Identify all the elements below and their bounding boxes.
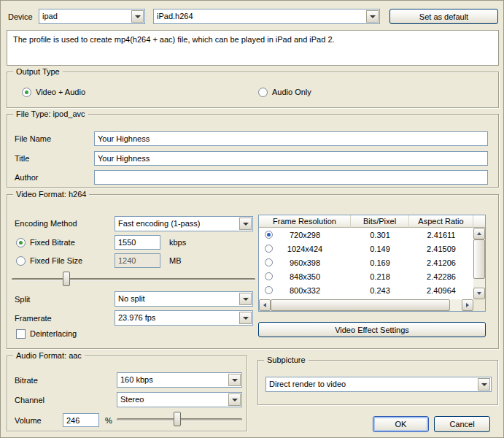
author-label: Author — [15, 173, 38, 182]
deinterlacing-checkbox[interactable] — [16, 329, 26, 339]
profile-select-value: iPad.h264 — [157, 11, 365, 22]
author-input[interactable] — [94, 170, 488, 185]
subpicture-value: Direct render to video — [269, 379, 476, 390]
channel-select[interactable]: Stereo — [117, 392, 242, 407]
title-input[interactable] — [94, 151, 488, 166]
cell-bits-pixel: 0.169 — [351, 258, 409, 267]
file-name-label: File Name — [15, 134, 51, 144]
subpicture-group-title: Subpicture — [264, 356, 309, 365]
cell-resolution: 800x332 — [290, 286, 320, 295]
vertical-scrollbar-thumb[interactable] — [473, 239, 485, 279]
radio-fixed-file-size[interactable] — [16, 256, 26, 266]
deinterlacing-option[interactable]: Deinterlacing — [16, 328, 77, 339]
volume-unit: % — [105, 416, 112, 426]
column-aspect-ratio[interactable]: Aspect Ratio — [409, 215, 473, 228]
output-type-group-title: Output Type — [13, 67, 63, 77]
dropdown-arrow-icon[interactable] — [366, 10, 379, 23]
audio-bitrate-select[interactable]: 160 kbps — [117, 372, 242, 388]
scrollbar-corner — [473, 299, 485, 311]
table-row[interactable]: 720x298 0.301 2.41611 — [259, 228, 473, 242]
row-radio[interactable] — [265, 258, 273, 266]
fixed-bitrate-option[interactable]: Fixed Bitrate — [16, 237, 75, 247]
radio-video-audio-label: Video + Audio — [36, 88, 85, 96]
video-format-group: Video Format: h264 Encoding Method Fast … — [7, 194, 499, 349]
horizontal-scrollbar-thumb[interactable] — [271, 299, 450, 311]
output-option-video-audio[interactable]: Video + Audio — [22, 87, 85, 97]
ok-button[interactable]: OK — [373, 416, 429, 432]
cell-resolution: 720x298 — [290, 231, 320, 239]
cell-bits-pixel: 0.301 — [351, 231, 409, 239]
cell-resolution: 1024x424 — [287, 245, 322, 253]
set-as-default-button[interactable]: Set as default — [389, 9, 498, 24]
subpicture-group: Subpicture Direct render to video — [257, 360, 498, 405]
horizontal-scrollbar[interactable] — [259, 299, 473, 311]
radio-fixed-bitrate[interactable] — [16, 238, 26, 247]
vertical-scrollbar[interactable] — [473, 228, 485, 299]
audio-format-group-title: Audio Format: aac — [13, 351, 85, 361]
bitrate-slider-thumb[interactable] — [63, 272, 70, 286]
dropdown-arrow-icon[interactable] — [239, 293, 252, 305]
fixed-bitrate-unit: kbps — [169, 238, 186, 247]
column-frame-resolution[interactable]: Frame Resolution — [259, 215, 351, 228]
scroll-up-icon[interactable] — [473, 228, 485, 239]
encoding-method-value: Fast encoding (1-pass) — [118, 218, 238, 229]
cell-aspect-ratio: 2.41509 — [409, 245, 473, 253]
cell-aspect-ratio: 2.42286 — [409, 272, 473, 281]
device-select-value: ipad — [42, 11, 130, 22]
subpicture-select[interactable]: Direct render to video — [265, 377, 492, 392]
resolution-table-body: 720x298 0.301 2.41611 1024x424 0.149 2.4… — [259, 228, 473, 299]
column-bits-pixel[interactable]: Bits/Pixel — [351, 215, 409, 228]
cell-resolution: 960x398 — [290, 258, 320, 267]
volume-label: Volume — [15, 416, 42, 426]
dropdown-arrow-icon[interactable] — [228, 374, 241, 386]
framerate-select[interactable]: 23.976 fps — [115, 310, 253, 326]
split-value: No split — [118, 293, 238, 304]
resolution-table: Frame Resolution Bits/Pixel Aspect Ratio… — [258, 215, 486, 312]
device-select[interactable]: ipad — [39, 9, 145, 24]
cell-aspect-ratio: 2.41611 — [409, 231, 473, 239]
fixed-bitrate-input[interactable] — [115, 235, 160, 250]
scroll-left-icon[interactable] — [259, 299, 271, 311]
scroll-down-icon[interactable] — [473, 288, 485, 299]
cancel-button[interactable]: Cancel — [434, 416, 490, 432]
volume-slider-thumb[interactable] — [174, 412, 181, 426]
dropdown-arrow-icon[interactable] — [228, 393, 241, 406]
volume-input[interactable] — [63, 413, 99, 427]
deinterlacing-label: Deinterlacing — [30, 329, 77, 338]
table-row[interactable]: 800x332 0.243 2.40964 — [259, 283, 473, 297]
dropdown-arrow-icon[interactable] — [478, 378, 490, 391]
split-label: Split — [15, 295, 30, 304]
output-option-audio-only[interactable]: Audio Only — [258, 87, 311, 97]
radio-audio-only[interactable] — [258, 88, 268, 97]
dropdown-arrow-icon[interactable] — [239, 218, 252, 230]
scroll-right-icon[interactable] — [462, 299, 473, 311]
cell-aspect-ratio: 2.41206 — [409, 258, 473, 267]
row-radio[interactable] — [265, 286, 273, 294]
bitrate-slider[interactable] — [12, 272, 255, 286]
dropdown-arrow-icon[interactable] — [131, 10, 144, 23]
bitrate-slider-track[interactable] — [12, 278, 255, 280]
device-label: Device — [8, 12, 33, 22]
row-radio[interactable] — [265, 231, 273, 239]
table-row[interactable]: 1024x424 0.149 2.41509 — [259, 242, 473, 256]
volume-slider[interactable] — [117, 412, 242, 426]
table-row[interactable]: 848x350 0.218 2.42286 — [259, 269, 473, 283]
cell-bits-pixel: 0.149 — [351, 245, 409, 253]
file-type-group-title: File Type: ipod_avc — [13, 110, 88, 119]
profile-select[interactable]: iPad.h264 — [153, 9, 380, 24]
file-name-input[interactable] — [94, 131, 488, 146]
split-select[interactable]: No split — [115, 291, 253, 307]
table-row[interactable]: 960x398 0.169 2.41206 — [259, 256, 473, 269]
radio-video-audio[interactable] — [22, 88, 31, 97]
cell-bits-pixel: 0.218 — [351, 272, 409, 281]
cell-bits-pixel: 0.243 — [351, 286, 409, 295]
dropdown-arrow-icon[interactable] — [239, 312, 252, 324]
encoding-method-label: Encoding Method — [15, 219, 77, 228]
video-effect-settings-button[interactable]: Video Effect Settings — [258, 322, 486, 337]
encoding-method-select[interactable]: Fast encoding (1-pass) — [115, 216, 253, 231]
fixed-file-size-option[interactable]: Fixed File Size — [16, 256, 82, 266]
row-radio[interactable] — [265, 272, 273, 280]
fixed-file-size-unit: MB — [169, 256, 182, 266]
profile-description: The profile is used to create mp4(h264 +… — [7, 30, 499, 66]
row-radio[interactable] — [265, 245, 273, 253]
